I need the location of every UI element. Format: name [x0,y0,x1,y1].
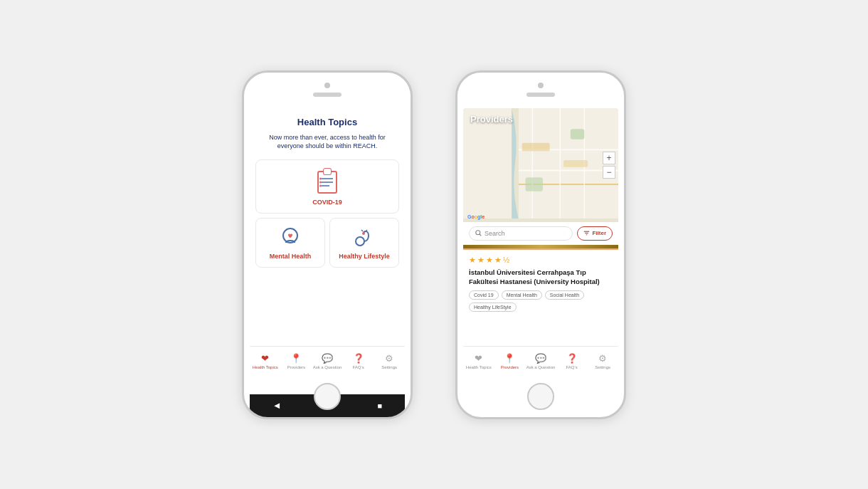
phone2-screen: Providers + − Google [463,108,618,376]
svg-point-10 [356,237,364,246]
svg-point-6 [319,177,322,179]
map-area: Providers + − Google [463,108,618,222]
nav2-settings-icon: ⚙ [598,353,607,364]
map-zoom-controls: + − [603,152,615,179]
provider-name: İstanbul Üniversitesi Cerrahpaşa Tıp Fak… [469,268,613,287]
lifestyle-card[interactable]: Healthy Lifestyle [329,218,399,268]
recents-button[interactable]: ■ [378,401,383,410]
tag-social: Social Health [545,290,584,300]
tag-mental: Mental Health [502,290,542,300]
phone-1: Health Topics Now more than ever, access… [242,70,413,419]
nav2-providers-icon: 📍 [504,353,515,364]
stars-row: ★ ★ ★ ★ ½ [469,256,613,265]
svg-rect-23 [522,142,550,151]
star-3: ★ [486,256,493,265]
svg-point-11 [362,232,365,235]
svg-line-12 [361,230,363,231]
nav2-providers-label: Providers [501,365,519,369]
nav2-faqs-label: FAQ's [566,365,578,369]
covid-icon [315,167,339,194]
nav2-providers[interactable]: 📍 Providers [494,353,526,369]
phone2-speaker [526,93,555,97]
nav2-settings-label: Settings [595,365,610,369]
nav2-health-topics-label: Health Topics [466,365,492,369]
nav-health-topics-label: Health Topics [253,365,278,369]
nav2-ask-label: Ask a Question [526,365,556,369]
nav-providers-label: Providers [287,365,305,369]
covid-label: COVID-19 [312,199,342,206]
filter-icon [583,230,590,236]
nav2-health-topics[interactable]: ❤ Health Topics [463,353,494,369]
svg-rect-26 [526,177,543,191]
nav-ask[interactable]: 💬 Ask a Question [312,353,343,369]
svg-line-28 [480,234,481,236]
search-input-text: Search [485,230,505,237]
bottom-nav-1: ❤ Health Topics 📍 Providers 💬 Ask a Ques… [250,346,405,376]
star-1: ★ [469,256,476,265]
zoom-out-button[interactable]: − [603,166,615,179]
phone1-screen: Health Topics Now more than ever, access… [250,108,405,376]
bottom-nav-2: ❤ Health Topics 📍 Providers 💬 Ask a Ques… [463,346,618,376]
nav-settings-icon: ⚙ [385,353,393,364]
svg-rect-24 [563,159,588,167]
nav-providers[interactable]: 📍 Providers [281,353,312,369]
search-box[interactable]: Search [469,226,573,241]
phone-2: Providers + − Google [455,70,626,419]
search-filter-row: Search Filter [463,222,618,245]
phone1-home-button[interactable] [314,383,341,410]
tag-lifestyle: Healthy LifeStyle [469,303,517,312]
screen1-title: Health Topics [250,108,405,130]
svg-rect-2 [324,169,331,174]
back-button[interactable]: ◄ [272,400,282,411]
phone2-home-button[interactable] [527,383,554,410]
nav-settings[interactable]: ⚙ Settings [374,353,405,369]
lifestyle-icon [353,226,376,250]
filter-button[interactable]: Filter [577,226,613,241]
svg-point-8 [319,184,322,186]
lifestyle-label: Healthy Lifestyle [339,253,390,260]
tags-row: Covid 19 Mental Health Social Health Hea… [469,290,613,312]
svg-point-27 [476,231,480,235]
search-icon [475,230,482,236]
nav-health-topics[interactable]: ❤ Health Topics [250,353,281,369]
screen1-cards: COVID-19 [250,157,405,346]
filter-label: Filter [592,230,606,236]
screen1-content: Health Topics Now more than ever, access… [250,108,405,376]
covid-card[interactable]: COVID-19 [255,159,399,214]
nav-faqs-icon: ❓ [353,353,364,364]
nav2-settings[interactable]: ⚙ Settings [587,353,618,369]
phones-container: Health Topics Now more than ever, access… [242,70,626,419]
screen1-quote: Now more than ever, access to health for… [250,130,405,157]
screen2-content: Providers + − Google [463,108,618,376]
map-title: Providers [470,114,513,125]
tag-covid: Covid 19 [469,290,499,300]
nav2-health-topics-icon: ❤ [475,353,482,364]
nav-faqs[interactable]: ❓ FAQ's [343,353,374,369]
provider-card[interactable]: ★ ★ ★ ★ ½ İstanbul Üniversitesi Cerrahpa… [463,248,618,346]
nav2-ask-icon: 💬 [535,353,546,364]
phone1-speaker [313,93,342,97]
svg-point-7 [319,181,322,183]
nav-health-topics-icon: ❤ [261,353,269,364]
nav2-faqs-icon: ❓ [566,353,578,364]
nav2-faqs[interactable]: ❓ FAQ's [556,353,588,369]
star-half: ½ [503,256,509,264]
mental-label: Mental Health [270,253,312,260]
star-4: ★ [494,256,502,265]
nav-settings-label: Settings [381,365,397,369]
nav-faqs-label: FAQ's [353,365,364,369]
nav-providers-icon: 📍 [290,353,302,364]
star-2: ★ [477,256,485,265]
nav-ask-label: Ask a Question [313,365,342,369]
nav2-ask[interactable]: 💬 Ask a Question [525,353,556,369]
mental-health-icon [279,226,302,250]
google-logo: Google [467,214,485,219]
card-row: Mental Health [255,218,399,268]
nav-ask-icon: 💬 [322,353,333,364]
svg-rect-25 [571,129,584,140]
zoom-in-button[interactable]: + [603,152,615,164]
mental-card[interactable]: Mental Health [255,218,325,268]
